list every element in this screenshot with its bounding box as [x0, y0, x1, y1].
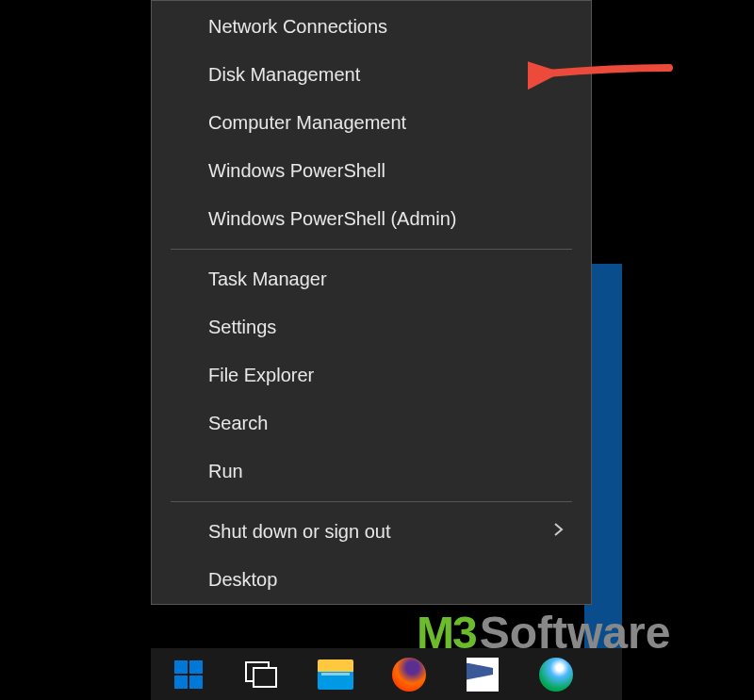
task-view-icon	[244, 660, 280, 689]
menu-item-label: Network Connections	[208, 16, 387, 38]
menu-item-file-explorer[interactable]: File Explorer	[152, 351, 591, 399]
menu-divider	[171, 249, 572, 250]
menu-item-label: Desktop	[208, 569, 277, 591]
menu-item-label: Settings	[208, 317, 276, 338]
task-view-button[interactable]	[234, 652, 290, 697]
menu-item-task-manager[interactable]: Task Manager	[152, 255, 591, 303]
firefox-icon	[392, 658, 426, 692]
winx-context-menu: Network Connections Disk Management Comp…	[151, 0, 592, 605]
taskbar-document-app[interactable]	[454, 652, 511, 697]
file-explorer-icon	[318, 659, 353, 690]
menu-item-settings[interactable]: Settings	[152, 303, 591, 351]
menu-item-label: Disk Management	[208, 64, 360, 86]
menu-item-powershell[interactable]: Windows PowerShell	[152, 147, 591, 195]
menu-item-shutdown[interactable]: Shut down or sign out	[152, 508, 591, 556]
windows-logo-icon	[174, 660, 203, 689]
menu-item-search[interactable]: Search	[152, 399, 591, 448]
menu-item-network-connections[interactable]: Network Connections	[152, 3, 591, 51]
menu-item-run[interactable]: Run	[152, 448, 591, 496]
taskbar-sync-app[interactable]	[528, 652, 584, 697]
taskbar	[151, 648, 622, 700]
taskbar-firefox[interactable]	[381, 652, 437, 697]
menu-item-label: Windows PowerShell	[208, 160, 385, 182]
desktop: Network Connections Disk Management Comp…	[151, 0, 622, 700]
menu-item-label: Shut down or sign out	[208, 521, 390, 543]
menu-item-desktop[interactable]: Desktop	[152, 556, 591, 604]
start-button[interactable]	[160, 652, 217, 697]
menu-item-label: Windows PowerShell (Admin)	[208, 208, 456, 230]
sync-icon	[539, 658, 573, 692]
menu-divider	[171, 501, 572, 502]
menu-item-label: Task Manager	[208, 269, 327, 290]
menu-item-label: Search	[208, 413, 268, 434]
taskbar-file-explorer[interactable]	[307, 652, 364, 697]
document-icon	[467, 658, 499, 692]
chevron-right-icon	[553, 522, 565, 542]
menu-item-label: File Explorer	[208, 365, 314, 386]
menu-item-powershell-admin[interactable]: Windows PowerShell (Admin)	[152, 195, 591, 243]
menu-item-computer-management[interactable]: Computer Management	[152, 99, 591, 147]
menu-item-label: Run	[208, 461, 243, 482]
svg-rect-2	[254, 668, 276, 687]
menu-item-label: Computer Management	[208, 112, 406, 134]
menu-item-disk-management[interactable]: Disk Management	[152, 51, 591, 99]
